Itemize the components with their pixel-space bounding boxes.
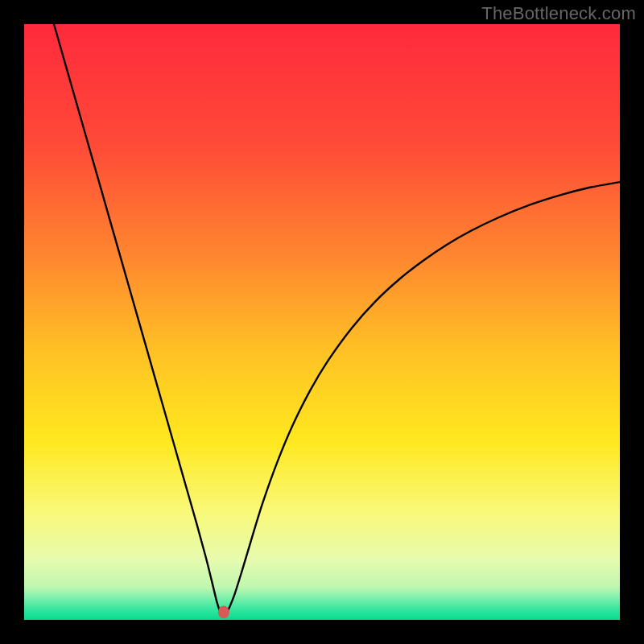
plot-area [24, 24, 620, 620]
gradient-background [24, 24, 620, 620]
chart-svg [24, 24, 620, 620]
watermark-text: TheBottleneck.com [481, 3, 636, 24]
optimal-marker [218, 605, 229, 618]
chart-frame: TheBottleneck.com [0, 0, 644, 644]
